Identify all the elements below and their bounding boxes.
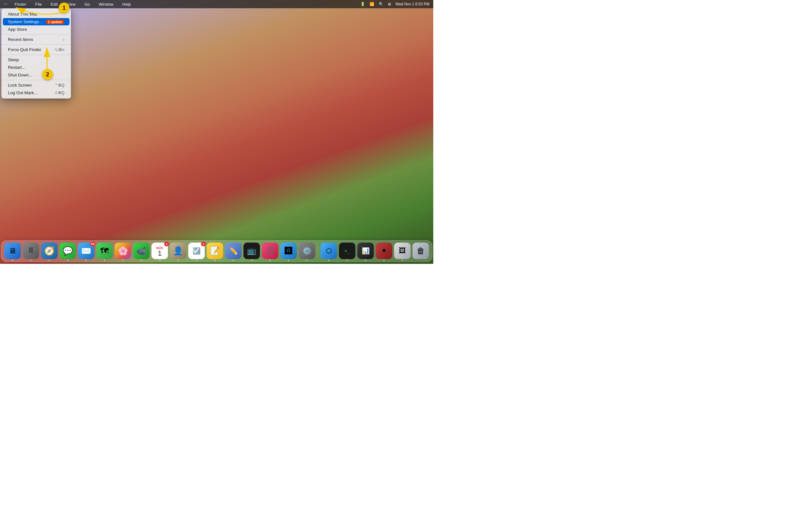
menu-lock-screen-label: Lock Screen xyxy=(8,83,32,88)
safari-icon: 🧭 xyxy=(44,246,55,256)
dock-item-activitymonitor[interactable]: 📊 xyxy=(358,243,374,259)
divider-1 xyxy=(2,34,71,34)
settings-icon: ⚙️ xyxy=(302,246,312,255)
dock-item-preview[interactable]: 🖼 xyxy=(394,243,411,259)
annotation-1-label: 1 xyxy=(62,5,66,11)
system-settings-badge: 1 update xyxy=(46,20,64,24)
menu-about-this-mac[interactable]: About This Mac xyxy=(3,11,70,18)
annotation-2: 2 xyxy=(42,69,53,80)
force-quit-shortcut: ⌥⌘⎋ xyxy=(54,47,64,52)
terminal-icon: >_ xyxy=(345,248,350,253)
menu-lock-screen[interactable]: Lock Screen ⌃⌘Q xyxy=(3,82,70,89)
dock-item-appstore[interactable]: 🅰 xyxy=(280,243,297,259)
divider-2 xyxy=(2,44,71,45)
reminders-icon: ☑️ xyxy=(192,247,201,255)
menu-force-quit[interactable]: Force Quit Finder ⌥⌘⎋ xyxy=(3,46,70,53)
messages-icon: 💬 xyxy=(63,246,73,256)
trash-icon: 🗑 xyxy=(417,246,425,256)
menubar-right: 🔋 📶 🔍 ⊞ Wed Nov 1 6:53 PM xyxy=(360,2,430,6)
notes-icon: 📝 xyxy=(210,246,220,255)
menu-system-settings[interactable]: System Settings... 1 update xyxy=(3,18,70,25)
dock-item-facetime[interactable]: 📹 xyxy=(133,243,150,259)
dock-item-finder[interactable]: 🖥 xyxy=(4,243,21,259)
menubar-edit[interactable]: Edit xyxy=(49,1,60,7)
dock-item-photos[interactable]: 🌸 xyxy=(115,243,131,259)
reminders-badge: 1 xyxy=(201,241,206,246)
menu-system-settings-label-wrap: System Settings... 1 update xyxy=(8,19,64,24)
mail-badge: 69 xyxy=(90,241,96,246)
contacts-icon: 👤 xyxy=(173,246,183,256)
mail-icon: ✉️ xyxy=(81,246,91,256)
menubar-go[interactable]: Go xyxy=(83,1,92,7)
menubar-help[interactable]: Help xyxy=(120,1,133,7)
menu-force-quit-label: Force Quit Finder xyxy=(8,47,41,52)
logout-shortcut: ⇧⌘Q xyxy=(55,91,64,95)
datetime-display: Wed Nov 1 6:53 PM xyxy=(395,2,430,6)
dock-item-trash[interactable]: 🗑 xyxy=(413,243,429,259)
menu-shutdown[interactable]: Shut Down... xyxy=(3,71,70,79)
control-center-button[interactable]: ⊞ xyxy=(388,2,391,6)
maps-icon: 🗺 xyxy=(101,246,109,256)
divider-4 xyxy=(2,80,71,80)
calendar-day: 1 xyxy=(158,250,161,257)
bluetooth-icon: ⬡ xyxy=(326,247,332,255)
menu-shutdown-label: Shut Down... xyxy=(8,73,32,77)
appletv-icon: 📺 xyxy=(247,246,257,255)
dock-item-messages[interactable]: 💬 xyxy=(60,243,76,259)
finder-icon: 🖥 xyxy=(9,246,16,255)
menu-recent-items-label: Recent Items xyxy=(8,37,33,42)
activitymonitor-icon: 📊 xyxy=(362,247,369,255)
menu-restart-label: Restart... xyxy=(8,65,25,70)
dock-item-mail[interactable]: ✉️ 69 xyxy=(78,243,95,259)
annotation-1: 1 xyxy=(59,2,70,13)
menubar-window[interactable]: Window xyxy=(97,1,115,7)
dock-item-reminders[interactable]: ☑️ 1 xyxy=(188,243,205,259)
menu-recent-items[interactable]: Recent Items › xyxy=(3,36,70,43)
annotation-2-label: 2 xyxy=(46,71,49,78)
launchpad-icon: ⠿ xyxy=(29,247,34,255)
dock-item-bluetooth[interactable]: ⬡ xyxy=(321,243,337,259)
divider-3 xyxy=(2,55,71,55)
dock-item-music[interactable]: 🎵 xyxy=(262,243,278,259)
menu-system-settings-label: System Settings... xyxy=(8,19,43,24)
dock-item-appletv[interactable]: 📺 xyxy=(244,243,260,259)
dock-item-notes[interactable]: 📝 xyxy=(207,243,223,259)
music-icon: 🎵 xyxy=(265,246,275,255)
menu-app-store[interactable]: App Store xyxy=(3,26,70,33)
preview-icon: 🖼 xyxy=(399,247,406,255)
facetime-icon: 📹 xyxy=(136,246,147,256)
apple-menu-button[interactable] xyxy=(4,3,8,5)
menu-logout[interactable]: Log Out Mark... ⇧⌘Q xyxy=(3,89,70,97)
dock-item-calendar[interactable]: NOV 1 1 xyxy=(151,243,168,259)
dock-item-safari[interactable]: 🧭 xyxy=(41,243,58,259)
menubar-finder[interactable]: Finder xyxy=(13,1,28,7)
dock-item-maps[interactable]: 🗺 xyxy=(97,243,113,259)
lock-screen-shortcut: ⌃⌘Q xyxy=(55,83,64,88)
dock-item-freeform[interactable]: ✏️ xyxy=(225,243,242,259)
photos-icon: 🌸 xyxy=(118,246,128,256)
spotlight-button[interactable]: 🔍 xyxy=(379,2,383,6)
menu-sleep[interactable]: Sleep xyxy=(3,56,70,63)
apple-dropdown-menu: About This Mac System Settings... 1 upda… xyxy=(1,8,71,99)
menu-sleep-label: Sleep xyxy=(8,57,19,62)
menu-logout-label: Log Out Mark... xyxy=(8,90,38,95)
battery-status[interactable]: 🔋 xyxy=(360,2,365,6)
dock: 🖥 ⠿ 🧭 💬 ✉️ 69 🗺 🌸 📹 NOV 1 1 👤 ☑️ 1 📝 ✏️ … xyxy=(1,240,433,262)
recent-items-chevron-icon: › xyxy=(63,38,64,42)
dock-item-raycast[interactable]: ✦ xyxy=(376,243,392,259)
calendar-badge: 1 xyxy=(164,241,169,246)
appstore-icon: 🅰 xyxy=(285,246,292,255)
menu-about-label: About This Mac xyxy=(8,12,38,16)
raycast-icon: ✦ xyxy=(381,247,387,255)
freeform-icon: ✏️ xyxy=(229,246,238,255)
dock-item-terminal[interactable]: >_ xyxy=(339,243,356,259)
menu-app-store-label: App Store xyxy=(8,27,27,32)
menubar-file[interactable]: File xyxy=(33,1,44,7)
dock-item-settings[interactable]: ⚙️ xyxy=(299,243,315,259)
menu-restart[interactable]: Restart... xyxy=(3,64,70,71)
wifi-status[interactable]: 📶 xyxy=(369,2,374,6)
dock-item-launchpad[interactable]: ⠿ xyxy=(23,243,39,259)
dock-item-contacts[interactable]: 👤 xyxy=(170,243,187,259)
